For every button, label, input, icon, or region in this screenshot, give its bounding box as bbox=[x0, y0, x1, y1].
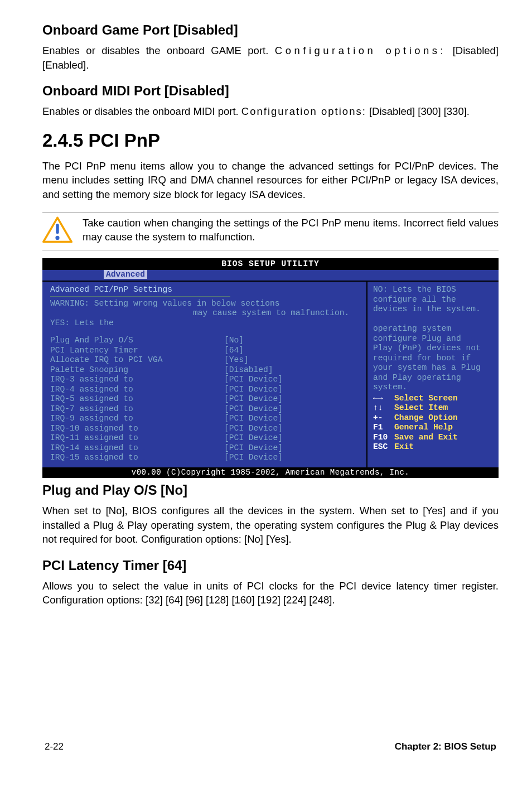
bios-setting-row[interactable]: IRQ-5 assigned to[PCI Device] bbox=[50, 394, 361, 404]
bios-setting-label: IRQ-15 assigned to bbox=[50, 453, 224, 463]
bios-setting-value: [Disabled] bbox=[224, 365, 361, 375]
bios-setting-row[interactable]: Palette Snooping[Disabled] bbox=[50, 365, 361, 375]
svg-rect-1 bbox=[56, 224, 59, 234]
bios-setting-row[interactable]: IRQ-9 assigned to[PCI Device] bbox=[50, 414, 361, 424]
heading-game-port: Onboard Game Port [Disabled] bbox=[42, 22, 499, 38]
bios-help-text: system. bbox=[373, 383, 494, 393]
bios-help-label: Select Item bbox=[394, 403, 448, 413]
bios-setting-label: IRQ-5 assigned to bbox=[50, 394, 224, 404]
bios-setting-value: [64] bbox=[224, 346, 361, 356]
bios-setting-label: IRQ-7 assigned to bbox=[50, 404, 224, 414]
para-game-port: Enables or disables the onboard GAME por… bbox=[42, 44, 499, 72]
bios-help-label: Exit bbox=[394, 442, 414, 452]
text: Configuration options: bbox=[241, 105, 366, 117]
bios-tabs: Advanced bbox=[42, 270, 499, 281]
bios-yes: YES: Lets the bbox=[50, 318, 361, 328]
bios-help-line: F10Save and Exit bbox=[373, 433, 494, 443]
bios-setting-row[interactable]: IRQ-11 assigned to[PCI Device] bbox=[50, 433, 361, 443]
page-number: 2-22 bbox=[45, 741, 64, 752]
bios-help-line: ←→Select Screen bbox=[373, 394, 494, 404]
heading-pci-latency: PCI Latency Timer [64] bbox=[42, 558, 499, 573]
bios-setting-label: IRQ-14 assigned to bbox=[50, 443, 224, 453]
bios-setting-row[interactable]: IRQ-7 assigned to[PCI Device] bbox=[50, 404, 361, 414]
bios-setting-value: [PCI Device] bbox=[224, 443, 361, 453]
bios-help-key: ESC bbox=[373, 442, 394, 452]
bios-right-pane: NO: Lets the BIOSconfigure all thedevice… bbox=[367, 282, 499, 467]
text: Enables or disables the onboard GAME por… bbox=[42, 45, 275, 56]
warning-text: Take caution when changing the settings … bbox=[83, 216, 499, 244]
bios-help-label: Save and Exit bbox=[394, 433, 458, 443]
text: [Disabled] [300] [330]. bbox=[366, 105, 470, 117]
bios-left-pane: Advanced PCI/PnP Settings WARNING: Setti… bbox=[42, 282, 367, 467]
bios-help-key: F1 bbox=[373, 423, 394, 433]
bios-copyright: v00.00 (C)Copyright 1985-2002, American … bbox=[42, 467, 499, 479]
bios-setting-value: [Yes] bbox=[224, 355, 361, 365]
bios-help-line: ESCExit bbox=[373, 442, 494, 452]
bios-setting-label: Plug And Play O/S bbox=[50, 336, 224, 346]
bios-setting-row[interactable]: Allocate IRQ to PCI VGA[Yes] bbox=[50, 355, 361, 365]
heading-midi-port: Onboard MIDI Port [Disabled] bbox=[42, 83, 499, 99]
bios-setting-row[interactable]: IRQ-4 assigned to[PCI Device] bbox=[50, 385, 361, 395]
bios-help-label: Select Screen bbox=[394, 394, 458, 404]
bios-warn1: WARNING: Setting wrong values in below s… bbox=[50, 299, 361, 309]
bios-setting-label: PCI Lantency Timer bbox=[50, 346, 224, 356]
bios-help-line: ↑↓Select Item bbox=[373, 403, 494, 413]
bios-setting-label: Allocate IRQ to PCI VGA bbox=[50, 355, 224, 365]
bios-setting-label: IRQ-9 assigned to bbox=[50, 414, 224, 424]
bios-help-text bbox=[373, 315, 494, 325]
bios-setting-value: [PCI Device] bbox=[224, 453, 361, 463]
bios-help-label: Change Option bbox=[394, 413, 458, 423]
bios-help-text: devices in the system. bbox=[373, 305, 494, 315]
bios-warn2: may cause system to malfunction. bbox=[50, 308, 361, 318]
bios-setting-row[interactable]: IRQ-3 assigned to[PCI Device] bbox=[50, 375, 361, 385]
bios-setting-value: [PCI Device] bbox=[224, 385, 361, 395]
bios-setting-label: Palette Snooping bbox=[50, 365, 224, 375]
bios-setting-value: [PCI Device] bbox=[224, 433, 361, 443]
svg-point-2 bbox=[55, 236, 59, 240]
bios-help-text: configure Plug and bbox=[373, 334, 494, 344]
bios-setting-value: [PCI Device] bbox=[224, 375, 361, 385]
bios-panel: BIOS SETUP UTILITY Advanced Advanced PCI… bbox=[42, 258, 499, 478]
bios-help-label: General Help bbox=[394, 423, 453, 433]
bios-setting-row[interactable]: IRQ-14 assigned to[PCI Device] bbox=[50, 443, 361, 453]
bios-help-key: ↑↓ bbox=[373, 403, 394, 413]
bios-setting-value: [PCI Device] bbox=[224, 394, 361, 404]
bios-setting-label: IRQ-4 assigned to bbox=[50, 385, 224, 395]
bios-setting-row[interactable]: IRQ-10 assigned to[PCI Device] bbox=[50, 424, 361, 434]
para-plug-play: When set to [No], BIOS configures all th… bbox=[42, 504, 499, 547]
bios-tab-advanced[interactable]: Advanced bbox=[104, 270, 147, 279]
para-pci-latency: Allows you to select the value in units … bbox=[42, 579, 499, 607]
bios-setting-value: [PCI Device] bbox=[224, 414, 361, 424]
bios-setting-row[interactable]: PCI Lantency Timer[64] bbox=[50, 346, 361, 356]
bios-setting-label: IRQ-11 assigned to bbox=[50, 433, 224, 443]
bios-setting-value: [PCI Device] bbox=[224, 404, 361, 414]
caution-icon bbox=[42, 216, 72, 245]
heading-plug-play: Plug and Play O/S [No] bbox=[42, 482, 499, 498]
bios-help-key: +- bbox=[373, 413, 394, 423]
bios-help-key: ←→ bbox=[373, 394, 394, 404]
page-footer: 2-22 Chapter 2: BIOS Setup bbox=[42, 741, 499, 752]
bios-help-text: your system has a Plug bbox=[373, 363, 494, 373]
bios-setting-row[interactable]: Plug And Play O/S[No] bbox=[50, 336, 361, 346]
bios-setting-label: IRQ-3 assigned to bbox=[50, 375, 224, 385]
warning-row: Take caution when changing the settings … bbox=[42, 212, 499, 250]
text: Enables or disables the onboard MIDI por… bbox=[42, 105, 241, 117]
bios-setting-label: IRQ-10 assigned to bbox=[50, 424, 224, 434]
bios-help-text: and Play operating bbox=[373, 373, 494, 383]
bios-help-text: NO: Lets the BIOS bbox=[373, 285, 494, 295]
para-pci-pnp: The PCI PnP menu items allow you to chan… bbox=[42, 159, 499, 202]
bios-setting-row[interactable]: IRQ-15 assigned to[PCI Device] bbox=[50, 453, 361, 463]
bios-title: BIOS SETUP UTILITY bbox=[42, 258, 499, 270]
bios-help-text: Play (PnP) devices not bbox=[373, 344, 494, 354]
bios-help-line: F1General Help bbox=[373, 423, 494, 433]
bios-help-text: operating system bbox=[373, 324, 494, 334]
bios-help-line: +-Change Option bbox=[373, 413, 494, 423]
text: Configuration options: bbox=[275, 45, 446, 56]
bios-help-text: configure all the bbox=[373, 295, 494, 305]
page-chapter: Chapter 2: BIOS Setup bbox=[395, 741, 496, 752]
bios-help-key: F10 bbox=[373, 433, 394, 443]
bios-setting-value: [PCI Device] bbox=[224, 424, 361, 434]
bios-left-title: Advanced PCI/PnP Settings bbox=[50, 285, 361, 295]
para-midi-port: Enables or disables the onboard MIDI por… bbox=[42, 104, 499, 119]
heading-pci-pnp: 2.4.5 PCI PnP bbox=[42, 130, 499, 151]
